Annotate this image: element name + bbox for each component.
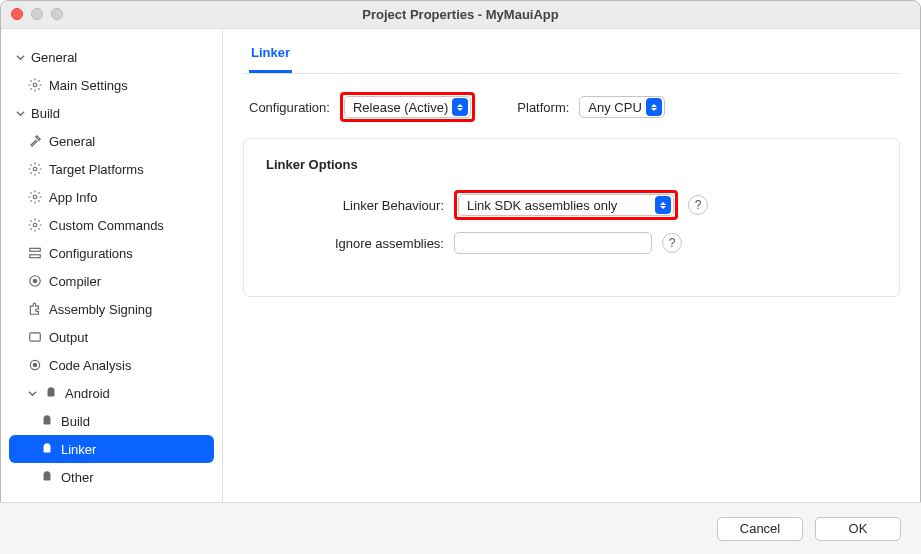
maximize-icon <box>51 8 63 20</box>
cancel-button[interactable]: Cancel <box>717 517 803 541</box>
sidebar-group-build[interactable]: Build <box>1 99 222 127</box>
android-icon <box>39 469 55 485</box>
sidebar-item-assembly-signing[interactable]: Assembly Signing <box>1 295 222 323</box>
sidebar-item-code-analysis[interactable]: Code Analysis <box>1 351 222 379</box>
select-handle-icon <box>452 98 468 116</box>
highlight-linker-behaviour: Link SDK assemblies only <box>454 190 678 220</box>
ignore-assemblies-input[interactable] <box>454 232 652 254</box>
android-icon <box>39 413 55 429</box>
sidebar-item-android-other[interactable]: Other <box>1 463 222 491</box>
gear-icon <box>27 77 43 93</box>
minimize-icon <box>31 8 43 20</box>
sidebar-item-compiler[interactable]: Compiler <box>1 267 222 295</box>
output-icon <box>27 329 43 345</box>
puzzle-icon <box>27 301 43 317</box>
platform-select[interactable]: Any CPU <box>579 96 664 118</box>
svg-rect-4 <box>30 248 41 251</box>
sidebar-item-target-platforms[interactable]: Target Platforms <box>1 155 222 183</box>
linker-behaviour-select[interactable]: Link SDK assemblies only <box>458 194 674 216</box>
configurations-icon <box>27 245 43 261</box>
linker-options-panel: Linker Options Linker Behaviour: Link SD… <box>243 138 900 297</box>
sidebar-group-general[interactable]: General <box>1 43 222 71</box>
svg-point-3 <box>33 223 37 227</box>
sidebar-item-app-info[interactable]: App Info <box>1 183 222 211</box>
sidebar-group-android[interactable]: Android <box>1 379 222 407</box>
android-icon <box>39 441 55 457</box>
configuration-select[interactable]: Release (Active) <box>344 96 471 118</box>
gear-icon <box>27 161 43 177</box>
main-panel: Linker Configuration: Release (Active) P… <box>223 29 920 553</box>
sidebar-item-configurations[interactable]: Configurations <box>1 239 222 267</box>
platform-label: Platform: <box>517 100 569 115</box>
sidebar-item-android-linker[interactable]: Linker <box>9 435 214 463</box>
select-handle-icon <box>646 98 662 116</box>
configuration-label: Configuration: <box>249 100 330 115</box>
compiler-icon <box>27 273 43 289</box>
svg-point-10 <box>33 363 37 367</box>
svg-rect-8 <box>30 333 41 341</box>
titlebar: Project Properties - MyMauiApp <box>1 1 920 29</box>
sidebar-item-android-build[interactable]: Build <box>1 407 222 435</box>
svg-point-1 <box>33 167 37 171</box>
window-title: Project Properties - MyMauiApp <box>362 7 558 22</box>
svg-rect-5 <box>30 255 41 258</box>
ok-button[interactable]: OK <box>815 517 901 541</box>
sidebar-item-build-general[interactable]: General <box>1 127 222 155</box>
select-handle-icon <box>655 196 671 214</box>
highlight-configuration: Release (Active) <box>340 92 475 122</box>
sidebar: General Main Settings Build General <box>1 29 223 553</box>
sidebar-item-custom-commands[interactable]: Custom Commands <box>1 211 222 239</box>
sidebar-item-main-settings[interactable]: Main Settings <box>1 71 222 99</box>
android-icon <box>43 385 59 401</box>
tab-linker[interactable]: Linker <box>249 39 292 73</box>
gear-icon <box>27 217 43 233</box>
ignore-assemblies-label: Ignore assemblies: <box>266 236 444 251</box>
gear-icon <box>27 189 43 205</box>
help-icon[interactable]: ? <box>662 233 682 253</box>
section-title: Linker Options <box>266 157 877 172</box>
help-icon[interactable]: ? <box>688 195 708 215</box>
footer: Cancel OK <box>0 502 921 554</box>
tabbar: Linker <box>243 39 900 74</box>
sidebar-item-output[interactable]: Output <box>1 323 222 351</box>
close-icon[interactable] <box>11 8 23 20</box>
chevron-down-icon <box>27 388 37 398</box>
chevron-down-icon <box>15 108 25 118</box>
svg-point-0 <box>33 83 37 87</box>
svg-point-7 <box>33 279 37 283</box>
linker-behaviour-label: Linker Behaviour: <box>266 198 444 213</box>
target-icon <box>27 357 43 373</box>
hammer-icon <box>27 133 43 149</box>
chevron-down-icon <box>15 52 25 62</box>
svg-point-2 <box>33 195 37 199</box>
